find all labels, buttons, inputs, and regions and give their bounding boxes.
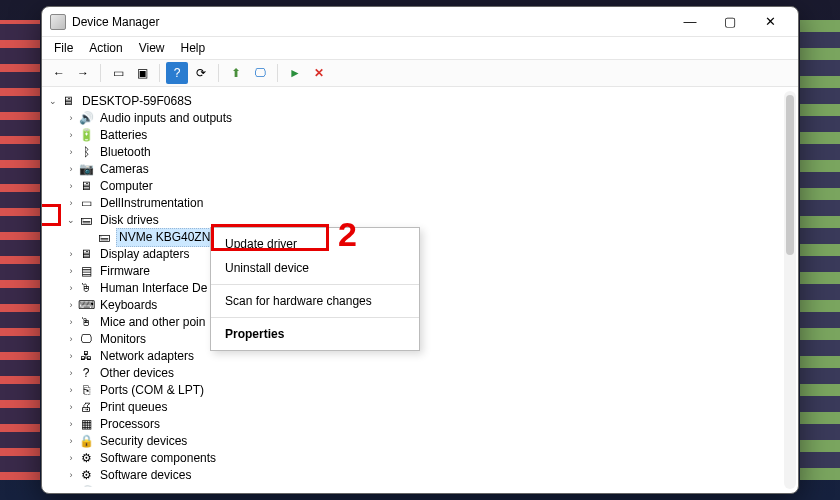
chevron-icon[interactable]: › [64,384,78,398]
chevron-icon[interactable]: › [64,197,78,211]
tree-node-cat-19[interactable]: ›⚙Software components [46,450,798,467]
chevron-icon[interactable]: › [64,163,78,177]
tree-node-cat-16[interactable]: ›🖨Print queues [46,399,798,416]
node-label: Disk drives [98,212,161,229]
node-label: Keyboards [98,297,159,314]
node-label: Security devices [98,433,189,450]
tree-node-cat-8[interactable]: ›▤Firmware [46,263,798,280]
ctx-uninstall-device[interactable]: Uninstall device [211,256,419,280]
update-icon: ⬆ [231,66,241,80]
node-label: Other devices [98,365,176,382]
ctx-properties[interactable]: Properties [211,322,419,346]
ctx-separator [211,284,419,285]
device-icon: ▦ [78,417,94,433]
tree-node-cat-6[interactable]: ⌄🖴Disk drives [46,212,798,229]
chevron-icon[interactable] [82,231,96,245]
tree-node-cat-20[interactable]: ›⚙Software devices [46,467,798,484]
update-driver-button[interactable]: ⬆ [225,62,247,84]
scrollbar[interactable] [784,91,796,489]
menu-view[interactable]: View [139,41,165,55]
chevron-icon[interactable]: › [64,112,78,126]
tree-node-root[interactable]: ⌄🖥DESKTOP-59F068S [46,93,798,110]
device-icon: 🖰 [78,281,94,297]
window-title: Device Manager [72,15,159,29]
properties-button[interactable]: ▣ [131,62,153,84]
chevron-icon[interactable]: › [64,129,78,143]
tree-node-cat-9[interactable]: ›🖰Human Interface De [46,280,798,297]
tree-node-cat-0[interactable]: ›🔊Audio inputs and outputs [46,110,798,127]
minimize-button[interactable]: — [670,8,710,36]
chevron-icon[interactable]: › [64,333,78,347]
node-label: Computer [98,178,155,195]
tree-node-cat-15[interactable]: ›⎘Ports (COM & LPT) [46,382,798,399]
context-menu: Update driver Uninstall device Scan for … [210,227,420,351]
tree-node-cat-3[interactable]: ›📷Cameras [46,161,798,178]
chevron-icon[interactable]: › [64,367,78,381]
chevron-icon[interactable]: › [64,469,78,483]
tree-node-cat-21[interactable]: ›🔊Sound, video and game controllers [46,484,798,487]
device-icon: 🖴 [78,213,94,229]
chevron-icon[interactable]: › [64,401,78,415]
node-label: DellInstrumentation [98,195,205,212]
tree-node-cat-14[interactable]: ›?Other devices [46,365,798,382]
scan-button[interactable]: ⟳ [190,62,212,84]
ctx-scan-hardware[interactable]: Scan for hardware changes [211,289,419,313]
chevron-icon[interactable]: › [64,265,78,279]
tree-node-cat-1[interactable]: ›🔋Batteries [46,127,798,144]
toolbar: ← → ▭ ▣ ? ⟳ ⬆ 🖵 ► ✕ [42,59,798,87]
node-label: Bluetooth [98,144,153,161]
monitor-icon: 🖵 [254,66,266,80]
chevron-icon[interactable]: › [64,146,78,160]
node-label: NVMe KBG40ZN [116,228,213,247]
chevron-icon[interactable]: › [64,486,78,488]
ctx-update-driver[interactable]: Update driver [211,232,419,256]
chevron-icon[interactable]: ⌄ [64,214,78,228]
forward-button[interactable]: → [72,62,94,84]
tree-node-cat-12[interactable]: ›🖵Monitors [46,331,798,348]
tree-node-cat-7[interactable]: ›🖥Display adapters [46,246,798,263]
tree-node-cat-2[interactable]: ›ᛒBluetooth [46,144,798,161]
device-icon: ⚙ [78,468,94,484]
bg-pixel-left [0,20,40,480]
tree-node-cat-5[interactable]: ›▭DellInstrumentation [46,195,798,212]
chevron-icon[interactable]: › [64,316,78,330]
menu-action[interactable]: Action [89,41,122,55]
show-hidden-button[interactable]: ▭ [107,62,129,84]
device-icon: 📷 [78,162,94,178]
node-label: DESKTOP-59F068S [80,93,194,110]
chevron-icon[interactable]: › [64,282,78,296]
back-button[interactable]: ← [48,62,70,84]
chevron-icon[interactable]: › [64,452,78,466]
device-tree[interactable]: ⌄🖥DESKTOP-59F068S›🔊Audio inputs and outp… [46,93,798,487]
tree-node-cat-13[interactable]: ›🖧Network adapters [46,348,798,365]
chevron-icon[interactable]: › [64,435,78,449]
tree-node-child-6-0[interactable]: 🖴NVMe KBG40ZN [46,229,798,246]
menu-help[interactable]: Help [181,41,206,55]
tree-node-cat-10[interactable]: ›⌨Keyboards [46,297,798,314]
tree-node-cat-18[interactable]: ›🔒Security devices [46,433,798,450]
chevron-icon[interactable]: › [64,248,78,262]
node-label: Network adapters [98,348,196,365]
chevron-icon[interactable]: › [64,299,78,313]
chevron-icon[interactable]: › [64,350,78,364]
device-icon: 🖱 [78,315,94,331]
chevron-icon[interactable]: › [64,180,78,194]
device-icon: 🔋 [78,128,94,144]
close-button[interactable]: ✕ [750,8,790,36]
device-icon: 🖧 [78,349,94,365]
chevron-icon[interactable]: ⌄ [46,95,60,109]
menu-file[interactable]: File [54,41,73,55]
chevron-icon[interactable]: › [64,418,78,432]
tree-node-cat-4[interactable]: ›🖥Computer [46,178,798,195]
maximize-button[interactable]: ▢ [710,8,750,36]
monitor-button[interactable]: 🖵 [249,62,271,84]
scroll-thumb[interactable] [786,95,794,255]
node-label: Audio inputs and outputs [98,110,234,127]
ctx-separator [211,317,419,318]
tree-node-cat-11[interactable]: ›🖱Mice and other poin [46,314,798,331]
device-icon: ⌨ [78,298,94,314]
tree-node-cat-17[interactable]: ›▦Processors [46,416,798,433]
enable-button[interactable]: ► [284,62,306,84]
help-button[interactable]: ? [166,62,188,84]
uninstall-button[interactable]: ✕ [308,62,330,84]
